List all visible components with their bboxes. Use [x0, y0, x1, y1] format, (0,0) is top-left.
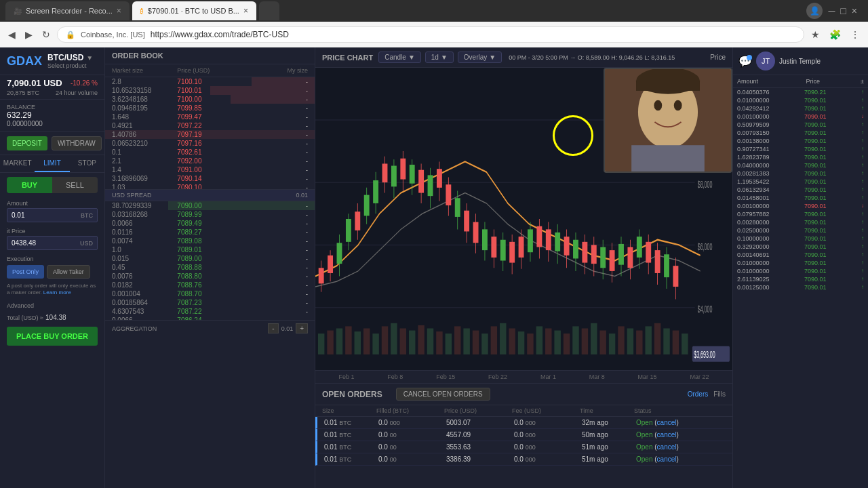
browser-tab-recorder[interactable]: 🎥 Screen Recorder - Reco... × — [5, 1, 130, 20]
table-row[interactable]: 0.0116 7089.27 - — [105, 228, 315, 237]
list-item[interactable]: 0.04050376 7090.21 ↑ — [733, 88, 868, 96]
table-row[interactable]: 0.01 BTC 0.0 00 3553.63 0.0 000 51m ago … — [315, 441, 732, 453]
user-icon[interactable]: 👤 — [806, 3, 823, 19]
list-item[interactable]: 0.06132934 7090.01 ↑ — [733, 186, 868, 194]
pair-dropdown-icon[interactable]: ▼ — [86, 54, 93, 62]
back-btn[interactable]: ◀ — [5, 26, 18, 43]
list-item[interactable]: 0.07957882 7090.01 ↑ — [733, 210, 868, 218]
list-item[interactable]: 0.00138000 7090.01 ↑ — [733, 137, 868, 145]
table-row[interactable]: 0.03168268 7089.99 - — [105, 210, 315, 219]
list-item[interactable]: 0.01000000 7090.01 ↑ — [733, 96, 868, 104]
table-row[interactable]: 0.01 BTC 0.0 00 4557.09 0.0 000 50m ago … — [315, 429, 732, 441]
list-item[interactable]: 0.00281383 7090.01 ↑ — [733, 169, 868, 178]
list-item[interactable]: 0.00793150 7090.01 ↑ — [733, 129, 868, 137]
table-row[interactable]: 1.0 7089.01 - — [105, 245, 315, 254]
maximize-btn[interactable]: □ — [840, 5, 846, 16]
list-item[interactable]: 0.01458001 7090.01 ↑ — [733, 194, 868, 202]
table-row[interactable]: 0.001004 7088.70 - — [105, 289, 315, 298]
table-row[interactable]: 0.0066 7086.24 - — [105, 316, 315, 320]
list-item[interactable]: 0.02500000 7090.01 ↑ — [733, 226, 868, 235]
list-item[interactable]: 0.32920000 7090.01 ↑ — [733, 243, 868, 251]
cancel-order-link[interactable]: cancel — [657, 443, 677, 451]
table-row[interactable]: 0.01 BTC 0.0 00 3386.39 0.0 000 51m ago … — [315, 453, 732, 466]
post-only-button[interactable]: Post Only — [7, 265, 44, 279]
timeframe-btn[interactable]: 1d ▼ — [425, 52, 454, 63]
bookmark-btn[interactable]: ★ — [808, 26, 823, 43]
tab-orders[interactable]: Orders — [688, 390, 709, 398]
aggregation-minus[interactable]: - — [268, 323, 278, 333]
cancel-order-link[interactable]: cancel — [657, 455, 677, 463]
sell-button[interactable]: SELL — [52, 177, 98, 193]
reload-btn[interactable]: ↻ — [39, 26, 53, 43]
list-item[interactable]: 0.00125000 7090.01 ↑ — [733, 283, 868, 291]
close-btn[interactable]: × — [852, 5, 857, 16]
list-item[interactable]: 0.01000000 7090.01 ↑ — [733, 259, 868, 267]
minimize-btn[interactable]: ─ — [828, 5, 835, 16]
list-item[interactable]: 0.10000000 7090.01 ↑ — [733, 235, 868, 243]
order-status[interactable]: Open (cancel) — [636, 419, 717, 426]
table-row[interactable]: 38.70299339 7090.00 - — [105, 201, 315, 210]
cancel-order-link[interactable]: cancel — [657, 419, 677, 426]
list-item[interactable]: 0.04000000 7090.01 ↑ — [733, 161, 868, 169]
forward-btn[interactable]: ▶ — [22, 26, 35, 43]
cancel-all-orders-button[interactable]: CANCEL OPEN ORDERS — [396, 388, 490, 401]
list-item[interactable]: 0.01000000 7090.01 ↑ — [733, 267, 868, 275]
table-row[interactable]: 3.62348168 7100.00 - — [105, 95, 315, 104]
learn-more-link[interactable]: Learn more — [43, 289, 71, 296]
table-row[interactable]: 1.4 7091.00 - — [105, 165, 315, 174]
cancel-order-link[interactable]: cancel — [657, 431, 677, 439]
table-row[interactable]: 0.4921 7097.22 - — [105, 121, 315, 130]
browser-tab-new[interactable] — [259, 1, 279, 20]
order-status[interactable]: Open (cancel) — [636, 443, 717, 451]
aggregation-plus[interactable]: + — [296, 323, 308, 333]
tab-market[interactable]: MARKET — [0, 155, 35, 172]
table-row[interactable]: 0.0066 7089.49 - — [105, 219, 315, 228]
table-row[interactable]: 1.648 7099.47 - — [105, 113, 315, 121]
table-row[interactable]: 0.45 7088.88 - — [105, 263, 315, 272]
table-row[interactable]: 1.03 7090.10 - — [105, 183, 315, 189]
list-item[interactable]: 2.61139025 7090.01 ↑ — [733, 275, 868, 283]
list-item[interactable]: 0.00100000 7090.01 ↓ — [733, 113, 868, 121]
limit-price-input[interactable]: 0438.48 USD — [7, 236, 98, 250]
table-row[interactable]: 0.09468195 7099.85 - — [105, 104, 315, 113]
advanced-toggle[interactable]: Advanced — [0, 300, 104, 312]
table-row[interactable]: 0.1 7092.61 - — [105, 148, 315, 157]
withdraw-button[interactable]: WITHDRAW — [52, 136, 102, 150]
table-row[interactable]: 10.65233158 7100.01 - — [105, 86, 315, 95]
table-row[interactable]: 0.00185864 7087.23 - — [105, 298, 315, 307]
tab-close[interactable]: × — [117, 6, 121, 16]
extensions-btn[interactable]: 🧩 — [827, 26, 844, 43]
list-item[interactable]: 0.04292412 7090.01 ↑ — [733, 104, 868, 113]
table-row[interactable]: 2.8 7100.10 - — [105, 77, 315, 86]
table-row[interactable]: 0.0076 7088.80 - — [105, 272, 315, 281]
table-row[interactable]: 4.6307543 7087.22 - — [105, 307, 315, 316]
notification-area[interactable]: 💬 — [738, 55, 752, 68]
place-order-button[interactable]: PLACE BUY ORDER — [7, 327, 98, 346]
list-item[interactable]: 0.00280000 7090.01 ↑ — [733, 218, 868, 226]
order-status[interactable]: Open (cancel) — [636, 431, 717, 439]
candle-type-btn[interactable]: Candle ▼ — [378, 52, 421, 63]
amount-input[interactable]: 0.01 BTC — [7, 208, 98, 222]
list-item[interactable]: 1.62823789 7090.01 ↑ — [733, 153, 868, 161]
tab-fills[interactable]: Fills — [713, 390, 726, 398]
table-row[interactable]: 0.0074 7089.08 - — [105, 237, 315, 245]
allow-taker-button[interactable]: Allow Taker — [47, 265, 90, 279]
list-item[interactable]: 0.00100000 7090.01 ↓ — [733, 202, 868, 210]
list-item[interactable]: 0.90727341 7090.01 ↑ — [733, 145, 868, 153]
table-row[interactable]: 3.16896069 7090.14 - — [105, 174, 315, 183]
tab-limit[interactable]: LIMIT — [35, 155, 69, 172]
tab-stop[interactable]: STOP — [70, 155, 104, 172]
table-row[interactable]: 2.1 7092.00 - — [105, 157, 315, 165]
browser-tab-gdax[interactable]: ₿ $7090.01 · BTC to USD B... × — [132, 1, 256, 20]
list-item[interactable]: 0.50979509 7090.01 ↑ — [733, 121, 868, 129]
table-row[interactable]: 0.0182 7088.76 - — [105, 281, 315, 289]
list-item[interactable]: 0.00140691 7090.01 ↑ — [733, 251, 868, 259]
overlay-btn[interactable]: Overlay ▼ — [458, 52, 502, 63]
avatar[interactable]: JT — [756, 52, 775, 70]
table-row[interactable]: 0.015 7089.00 - — [105, 254, 315, 263]
list-item[interactable]: 1.19535422 7090.01 ↑ — [733, 178, 868, 186]
order-status[interactable]: Open (cancel) — [636, 455, 717, 463]
buy-button[interactable]: BUY — [7, 177, 52, 193]
table-row[interactable]: 1.40786 7097.19 - — [105, 130, 315, 139]
address-bar[interactable]: 🔒 Coinbase, Inc. [US] https://www.gdax.c… — [57, 26, 804, 43]
